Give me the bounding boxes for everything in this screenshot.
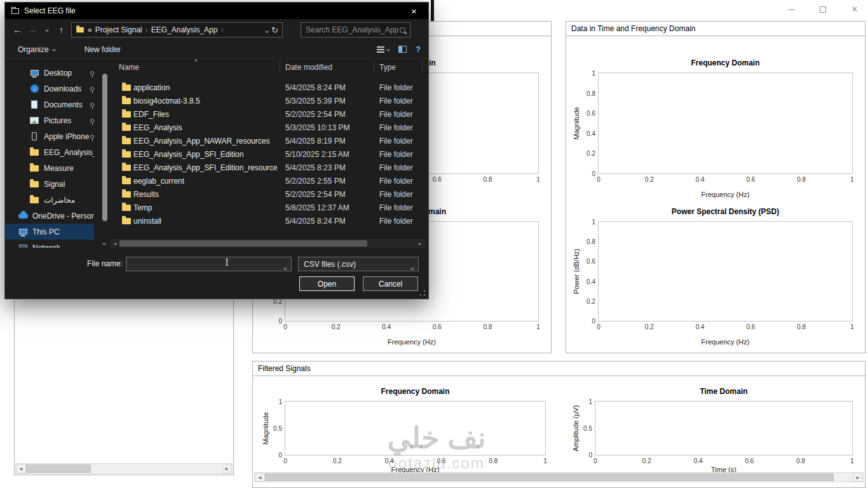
forward-button[interactable]: → [25, 22, 39, 37]
sidebar-item-label: Measure [44, 164, 74, 173]
column-header-date[interactable]: Date modified [285, 63, 332, 72]
file-date-modified: 5/8/2025 12:37 AM [285, 203, 349, 212]
sidebar-item--[interactable]: محاضرات [5, 192, 94, 208]
file-row[interactable]: EDF_Files5/2/2025 2:54 PMFile folder [109, 108, 428, 121]
column-divider[interactable] [280, 61, 280, 72]
file-type-select[interactable]: CSV files (.csv) [298, 257, 419, 271]
up-button[interactable]: ↑ [54, 22, 69, 37]
sidebar-item-measure[interactable]: Measure [5, 160, 94, 176]
y-tick-label: 0.5 [273, 425, 282, 432]
dialog-titlebar[interactable]: Select EEG file × [5, 3, 428, 19]
file-row[interactable]: uninstall5/4/2025 8:24 PMFile folder [109, 215, 428, 228]
scroll-right-arrow[interactable]: ► [853, 473, 863, 482]
column-header-type[interactable]: Type [379, 63, 396, 72]
scroll-left-arrow[interactable]: ◄ [16, 464, 26, 473]
refresh-button[interactable]: ↻ [271, 25, 278, 35]
monitor-icon [31, 70, 39, 76]
x-tick-label: 1 [543, 458, 547, 464]
maximize-button[interactable] [816, 3, 830, 17]
horizontal-scrollbar[interactable]: ◄ ► [254, 472, 864, 482]
sidebar-item-downloads[interactable]: Downloads [5, 81, 94, 97]
sidebar-item-onedrive-persor[interactable]: OneDrive - Persor [5, 208, 94, 224]
x-tick-label: 0.8 [796, 458, 805, 464]
file-row[interactable]: Results5/2/2025 2:54 PMFile folder [109, 188, 428, 201]
breadcrumb-segment[interactable]: EEG_Analysis_App [151, 25, 218, 34]
scroll-left-arrow[interactable]: ◄ [111, 239, 119, 248]
breadcrumb-segment[interactable]: Project Signal [95, 25, 142, 34]
file-name: EEG_Analysis_App_SFI_Edition_resources [133, 163, 277, 172]
sidebar-item-eeg-analysis-ap[interactable]: EEG_Analysis_Ap [5, 144, 94, 160]
column-divider[interactable] [422, 61, 423, 72]
scrollbar-thumb[interactable] [119, 240, 367, 247]
chevron-down-icon[interactable] [284, 262, 287, 271]
sidebar-item-signal[interactable]: Signal [5, 176, 94, 192]
file-type: File folder [379, 203, 413, 212]
x-tick-label: 0.4 [696, 176, 705, 183]
file-row[interactable]: EEG_Analysis_App_SFI_Edition_resources5/… [109, 161, 428, 175]
new-folder-button[interactable]: New folder [85, 45, 121, 54]
x-tick-label: 0.8 [483, 176, 492, 183]
sidebar-item-this-pc[interactable]: This PC [5, 224, 94, 240]
scroll-left-arrow[interactable]: ◄ [255, 473, 265, 482]
help-button[interactable]: ? [416, 44, 421, 54]
preview-pane-icon[interactable] [398, 46, 407, 53]
file-row[interactable]: biosig4octmat-3.8.55/3/2025 5:39 PMFile … [109, 95, 428, 108]
y-tick-label: 0.8 [587, 238, 595, 245]
sort-indicator: ^ [194, 58, 198, 65]
recent-locations-button[interactable] [39, 22, 54, 37]
file-date-modified: 5/2/2025 2:54 PM [285, 110, 346, 119]
minimize-button[interactable] [784, 3, 798, 17]
search-box[interactable] [301, 22, 410, 37]
sidebar-item-desktop[interactable]: Desktop [5, 65, 94, 81]
horizontal-scrollbar[interactable]: ◄ ► [15, 463, 233, 474]
sidebar-item-pictures[interactable]: Pictures [5, 112, 94, 128]
change-view-button[interactable] [377, 46, 390, 53]
scrollbar-thumb[interactable] [265, 473, 834, 481]
close-button[interactable]: × [848, 3, 862, 17]
search-icon [400, 27, 405, 33]
address-bar[interactable]: « Project Signal › EEG_Analysis_App › ↻ [71, 22, 283, 37]
sidebar-item-documents[interactable]: Documents [5, 97, 94, 112]
y-tick-label: 0.2 [587, 297, 595, 304]
file-row[interactable]: Temp5/8/2025 12:37 AMFile folder [109, 201, 428, 215]
file-name-input[interactable] [131, 260, 278, 269]
resize-grip[interactable] [424, 294, 425, 295]
address-dropdown-button[interactable] [266, 25, 268, 34]
sidebar-icon [29, 180, 39, 189]
sidebar-scrollbar[interactable] [101, 62, 109, 248]
sidebar-icon [29, 148, 39, 157]
scroll-right-arrow[interactable]: ► [416, 239, 424, 248]
x-tick-label: 1 [536, 176, 540, 183]
organize-button[interactable]: Organize [13, 45, 49, 54]
list-view-icon [377, 46, 384, 53]
sidebar-item-apple-iphone[interactable]: Apple iPhone [5, 128, 94, 144]
cancel-button[interactable]: Cancel [363, 276, 418, 291]
column-divider[interactable] [374, 61, 374, 72]
scroll-right-arrow[interactable]: ► [222, 464, 232, 473]
dialog-close-button[interactable]: × [400, 3, 428, 19]
back-button[interactable]: ← [10, 22, 25, 37]
plot-axes: 00.5100.20.40.60.81 [285, 401, 546, 456]
column-header-name[interactable]: Name [119, 63, 139, 72]
select-eeg-file-dialog: Select EEG file × ← → ↑ « Project Signal… [4, 2, 429, 299]
search-input[interactable] [306, 25, 400, 34]
plot-ylabel: Magnitude [262, 412, 269, 444]
file-row[interactable]: eeglab_current5/2/2025 2:55 PMFile folde… [109, 175, 428, 188]
file-row[interactable]: EEG_Analysis_App_NAWAR_resources5/4/2025… [109, 135, 428, 148]
pin-icon [90, 103, 94, 107]
open-button[interactable]: Open [299, 276, 355, 291]
scrollbar-thumb[interactable] [102, 74, 107, 221]
file-type: File folder [379, 177, 413, 186]
breadcrumb-prefix[interactable]: « [88, 25, 92, 34]
sidebar-item-network[interactable]: Network [5, 240, 94, 248]
file-row[interactable]: EEG_Analysis5/3/2025 10:13 PMFile folder [109, 121, 428, 135]
file-type: File folder [379, 190, 413, 199]
list-horizontal-scrollbar[interactable]: ◄ ► [111, 239, 424, 248]
plot-ylabel: Power (dB/Hz) [573, 248, 580, 294]
scroll-down-arrow[interactable] [103, 238, 105, 247]
file-row[interactable]: application5/4/2025 8:24 PMFile folder [109, 81, 428, 95]
scrollbar-thumb[interactable] [26, 464, 91, 473]
plot-frequency-domain: Frequency DomainMagnitude00.20.40.60.810… [570, 39, 862, 200]
sidebar-item-label: Downloads [44, 85, 81, 93]
file-row[interactable]: EEG_Analysis_App_SFI_Edition5/10/2025 2:… [109, 148, 428, 161]
